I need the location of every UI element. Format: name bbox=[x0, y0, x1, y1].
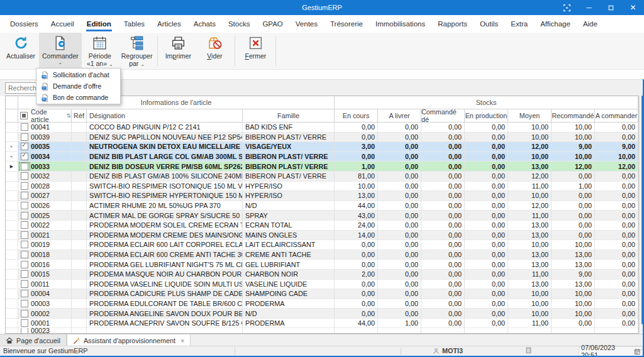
code-cell[interactable]: 00023 bbox=[18, 328, 72, 334]
table-row[interactable]: 00039DENIZ SUC PAPILLON NOUVEAU NEE P12 … bbox=[6, 133, 638, 143]
code-cell[interactable]: 00027 bbox=[18, 191, 72, 201]
table-row[interactable]: 00027SWITCH-BIO RESPIMER HYPERTONIQUE 15… bbox=[6, 191, 638, 201]
code-cell[interactable]: 00001 bbox=[18, 319, 72, 329]
close-button[interactable]: ✕ bbox=[622, 0, 644, 15]
table-row[interactable]: 00001PRODERMA ACNEPRIV SAVON SOUFRE B/12… bbox=[6, 319, 638, 329]
table-row[interactable]: 00032DENIZ BIB PLAST GM/AB 100% SILICONE… bbox=[6, 172, 638, 182]
menu-item-rapports[interactable]: Rapports bbox=[431, 15, 474, 33]
column-header-stock[interactable]: Moyen bbox=[508, 109, 552, 123]
table-row[interactable]: 00023 bbox=[6, 328, 638, 334]
table-row[interactable]: 00015PRODEMA MASQUE NOIR AU CHARBON POUR… bbox=[6, 270, 638, 280]
menu-item-edition[interactable]: Edition bbox=[80, 15, 118, 33]
column-header-designation[interactable]: Désignation bbox=[87, 109, 243, 123]
row-checkbox[interactable] bbox=[21, 182, 28, 190]
code-cell[interactable]: 00039 bbox=[18, 133, 72, 143]
code-cell[interactable]: 00041 bbox=[18, 123, 72, 133]
menu-item-stocks[interactable]: Stocks bbox=[222, 15, 257, 33]
table-row[interactable]: 00028SWITCH-BIO RESPIMER ISOTONIQUE 150 … bbox=[6, 182, 638, 192]
resize-grip[interactable]: ⋰ bbox=[636, 348, 641, 354]
row-checkbox[interactable] bbox=[21, 290, 28, 297]
table-row[interactable]: ▶00033DENIZ BIB DOSEUR VERRE PM/SB 60ML … bbox=[6, 162, 638, 172]
code-cell[interactable]: 00028 bbox=[18, 182, 72, 192]
menu-item-tr-sorerie[interactable]: Trésorerie bbox=[324, 15, 369, 33]
menu-item-bc[interactable]: BCBon de commande bbox=[36, 92, 120, 103]
column-header-stock[interactable]: Commandé dé bbox=[421, 109, 465, 123]
menu-item-achats[interactable]: Achats bbox=[187, 15, 222, 33]
column-header-stock[interactable]: A commander bbox=[595, 109, 638, 123]
row-checkbox[interactable] bbox=[21, 261, 28, 268]
row-checkbox[interactable] bbox=[21, 163, 28, 170]
row-checkbox[interactable] bbox=[21, 172, 28, 180]
status-datetime[interactable]: 07/06/2023 20:51 bbox=[579, 346, 643, 356]
menu-item-extra[interactable]: Extra bbox=[504, 15, 534, 33]
table-row[interactable]: 00021PRODERMA MODERM CREME DES MAINS/ONG… bbox=[6, 231, 638, 241]
menu-item-affichage[interactable]: Affichage bbox=[534, 15, 577, 33]
table-row[interactable]: ▸00034DENIZ BIB PLAST LARGE COL GM/AB 30… bbox=[6, 152, 638, 162]
menu-item-aide[interactable]: Aide bbox=[577, 15, 604, 33]
row-checkbox[interactable] bbox=[21, 310, 28, 317]
table-row[interactable]: 00016PRODERMA GEL LUBRIFIANT NIGHT'S 75 … bbox=[6, 260, 638, 270]
menu-item-articles[interactable]: Articles bbox=[151, 15, 187, 33]
row-checkbox[interactable] bbox=[21, 192, 28, 199]
menu-item-accueil[interactable]: Accueil bbox=[45, 15, 80, 33]
column-header-code[interactable]: Code article ⇅ bbox=[18, 109, 72, 123]
maximize-button[interactable] bbox=[600, 0, 622, 15]
print-button[interactable]: Imprimer bbox=[160, 33, 196, 69]
select-all-checkbox[interactable] bbox=[20, 112, 28, 119]
row-checkbox[interactable] bbox=[21, 202, 28, 209]
menu-item-sa[interactable]: SASollicitation d'achat bbox=[36, 69, 120, 80]
tab-page-d-accueil[interactable]: Page d'accueil bbox=[0, 334, 67, 346]
menu-item-gpao[interactable]: GPAO bbox=[256, 15, 289, 33]
row-checkbox[interactable] bbox=[21, 280, 28, 288]
code-cell[interactable]: 00011 bbox=[18, 280, 72, 290]
code-cell[interactable]: 00033 bbox=[18, 162, 72, 172]
table-row[interactable]: 00022PRODERMA MODERM SOLEIL CREME ECRAN … bbox=[6, 221, 638, 231]
code-cell[interactable]: 00003 bbox=[18, 299, 72, 309]
row-checkbox[interactable] bbox=[21, 143, 28, 150]
table-row[interactable]: 00019PRODERMA ECLAIR 600 LAIT CORPOREL E… bbox=[6, 240, 638, 250]
column-header-stock[interactable]: En cours bbox=[335, 109, 378, 123]
code-cell[interactable]: 00015 bbox=[18, 270, 72, 280]
row-checkbox[interactable] bbox=[21, 241, 28, 248]
row-checkbox[interactable] bbox=[21, 231, 28, 239]
sort-icon[interactable]: ⇅ bbox=[66, 113, 71, 119]
code-cell[interactable]: 00018 bbox=[18, 250, 72, 260]
code-cell[interactable]: 00004 bbox=[18, 289, 72, 299]
code-cell[interactable]: 00034 bbox=[18, 152, 72, 162]
row-checkbox[interactable] bbox=[21, 251, 28, 258]
table-row[interactable]: 00003PRODERMA EDULCORANT DE TABLE BR/600… bbox=[6, 299, 638, 309]
minimize-button[interactable]: ─ bbox=[578, 0, 600, 15]
menu-item-ventes[interactable]: Ventes bbox=[289, 15, 324, 33]
column-header-ref[interactable]: Réf bbox=[72, 109, 87, 123]
code-cell[interactable]: 00022 bbox=[18, 221, 72, 231]
close-tab-icon[interactable]: × bbox=[180, 337, 184, 344]
code-cell[interactable]: 00016 bbox=[18, 260, 72, 270]
row-checkbox[interactable] bbox=[21, 133, 28, 141]
table-row[interactable]: ▸00035NEUTROGENA SKIN DETOX EAU MICELLAI… bbox=[6, 142, 638, 152]
menu-item-dossiers[interactable]: Dossiers bbox=[4, 15, 45, 33]
column-header-stock[interactable]: En production bbox=[465, 109, 508, 123]
code-cell[interactable]: 00002 bbox=[18, 309, 72, 319]
column-header-stock[interactable]: A livrer bbox=[378, 109, 421, 123]
code-cell[interactable]: 00035 bbox=[18, 142, 72, 152]
table-row[interactable]: 00002PRODERMA ANGELINE SAVON DOUX POUR B… bbox=[6, 309, 638, 319]
table-row[interactable]: 00026ACTIMER RHUME 20 ML 50%UG PPA 370N/… bbox=[6, 201, 638, 211]
period-button[interactable]: Période «1 an» ⌄ bbox=[82, 33, 118, 69]
close-view-button[interactable]: Fermer bbox=[237, 33, 274, 69]
code-cell[interactable]: 00032 bbox=[18, 172, 72, 182]
row-checkbox[interactable] bbox=[21, 300, 28, 307]
refresh-button[interactable]: Actualiser bbox=[3, 33, 39, 69]
table-row[interactable]: 00004PRODERMA CADICURE PLUS SHAMP DE CAD… bbox=[6, 289, 638, 299]
table-row[interactable]: 00011PRODERMA VASELINE LIQUIDE SOIN MULT… bbox=[6, 280, 638, 290]
order-button[interactable]: Commander ⌄ bbox=[39, 33, 82, 69]
code-cell[interactable]: 00019 bbox=[18, 240, 72, 250]
code-cell[interactable]: 00026 bbox=[18, 201, 72, 211]
row-checkbox[interactable] bbox=[21, 123, 28, 131]
group-by-button[interactable]: Regrouper par ⌄ bbox=[118, 33, 156, 69]
code-cell[interactable]: 00021 bbox=[18, 231, 72, 241]
menu-item-immobilisations[interactable]: Immobilisations bbox=[369, 15, 431, 33]
row-checkbox[interactable] bbox=[21, 328, 28, 334]
fit-screen-icon[interactable] bbox=[556, 0, 578, 15]
column-header-stock[interactable]: Recommandé bbox=[552, 109, 595, 123]
tab-assistant-d-approvisionnement[interactable]: Assistant d'approvisionnement× bbox=[67, 334, 191, 346]
